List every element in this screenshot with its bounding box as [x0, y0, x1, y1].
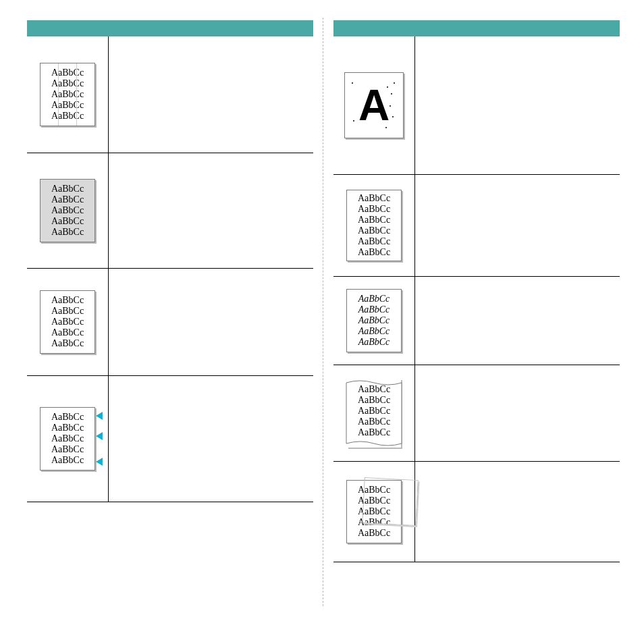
arrow-icon [96, 432, 103, 440]
right-column: AAaBbCcAaBbCcAaBbCcAaBbCcAaBbCcAaBbCcAaB… [333, 20, 620, 562]
left-header-band [27, 20, 313, 36]
swatch-wavy: AaBbCcAaBbCcAaBbCcAaBbCcAaBbCc [347, 379, 401, 448]
arrow-markers [93, 412, 103, 466]
sample-text-line: AaBbCc [51, 295, 84, 306]
sample-text-line: AaBbCc [51, 227, 84, 238]
description-cell [109, 153, 313, 268]
sample-text-line: AaBbCc [358, 304, 390, 315]
sample-text-line: AaBbCc [51, 306, 84, 317]
example-cell: AaBbCcAaBbCcAaBbCcAaBbCcAaBbCc [333, 365, 415, 461]
example-cell: AaBbCcAaBbCcAaBbCcAaBbCcAaBbCc [333, 277, 415, 365]
page-root: AaBbCcAaBbCcAaBbCcAaBbCcAaBbCcAaBbCcAaBb… [0, 0, 644, 644]
sample-text-line: AaBbCc [51, 78, 84, 89]
description-cell [415, 365, 620, 461]
swatch-italic: AaBbCcAaBbCcAaBbCcAaBbCcAaBbCc [346, 289, 402, 352]
sample-text-line: AaBbCc [51, 205, 84, 216]
table-row: AaBbCcAaBbCcAaBbCcAaBbCcAaBbCc [333, 462, 620, 562]
sample-text-line: AaBbCc [358, 225, 390, 236]
sample-text-line: AaBbCc [358, 215, 390, 225]
swatch-lines-vert: AaBbCcAaBbCcAaBbCcAaBbCcAaBbCc [40, 63, 95, 126]
sample-text-line: AaBbCc [51, 327, 84, 338]
description-cell [415, 277, 620, 365]
sample-text-line: AaBbCc [51, 412, 84, 423]
sample-text-line: AaBbCc [358, 427, 390, 437]
sample-text-line: AaBbCc [358, 384, 390, 394]
swatch-dense: AaBbCcAaBbCcAaBbCcAaBbCcAaBbCcAaBbCc [346, 190, 402, 261]
table-row: AaBbCcAaBbCcAaBbCcAaBbCcAaBbCc [27, 153, 313, 269]
swatch-overlay: AaBbCcAaBbCcAaBbCcAaBbCcAaBbCc [346, 480, 402, 543]
table-row: AaBbCcAaBbCcAaBbCcAaBbCcAaBbCc [27, 376, 313, 502]
sample-text-line: AaBbCc [51, 338, 84, 349]
sample-text-line: AaBbCc [51, 184, 84, 194]
description-cell [109, 376, 313, 502]
big-letter: A [358, 84, 390, 127]
example-cell: AaBbCcAaBbCcAaBbCcAaBbCcAaBbCc [27, 36, 109, 153]
sample-text-line: AaBbCc [358, 247, 390, 258]
swatch-big-a: A [344, 72, 404, 138]
sample-text-line: AaBbCc [358, 528, 390, 539]
left-table-body: AaBbCcAaBbCcAaBbCcAaBbCcAaBbCcAaBbCcAaBb… [27, 36, 313, 502]
sample-text-line: AaBbCc [358, 236, 390, 247]
example-cell: A [333, 36, 415, 174]
sample-text-line: AaBbCc [358, 417, 390, 427]
sample-text-line: AaBbCc [51, 433, 84, 444]
sample-text-line: AaBbCc [51, 100, 84, 111]
left-column: AaBbCcAaBbCcAaBbCcAaBbCcAaBbCcAaBbCcAaBb… [27, 20, 313, 502]
description-cell [109, 269, 313, 375]
example-cell: AaBbCcAaBbCcAaBbCcAaBbCcAaBbCc [27, 269, 109, 375]
column-divider [323, 18, 323, 606]
sample-text-line: AaBbCc [358, 315, 390, 326]
example-cell: AaBbCcAaBbCcAaBbCcAaBbCcAaBbCcAaBbCc [333, 175, 415, 276]
sample-text-line: AaBbCc [358, 406, 390, 416]
example-cell: AaBbCcAaBbCcAaBbCcAaBbCcAaBbCc [333, 462, 415, 562]
sample-text-line: AaBbCc [358, 337, 390, 348]
sample-text-line: AaBbCc [51, 111, 84, 122]
swatch-gray-bg: AaBbCcAaBbCcAaBbCcAaBbCcAaBbCc [40, 179, 95, 242]
sample-text-line: AaBbCc [358, 485, 390, 495]
description-cell [415, 175, 620, 276]
sample-text-line: AaBbCc [51, 455, 84, 466]
sample-text-line: AaBbCc [358, 506, 390, 517]
right-table-body: AAaBbCcAaBbCcAaBbCcAaBbCcAaBbCcAaBbCcAaB… [333, 36, 620, 562]
table-row: A [333, 36, 620, 175]
sample-text-line: AaBbCc [358, 326, 390, 337]
arrow-icon [96, 412, 103, 420]
description-cell [109, 36, 313, 153]
sample-text-line: AaBbCc [51, 194, 84, 205]
sample-text-line: AaBbCc [358, 204, 390, 215]
swatch-plain: AaBbCcAaBbCcAaBbCcAaBbCcAaBbCc [40, 290, 95, 354]
example-cell: AaBbCcAaBbCcAaBbCcAaBbCcAaBbCc [27, 153, 109, 268]
sample-text-line: AaBbCc [51, 444, 84, 455]
sample-text-line: AaBbCc [51, 68, 84, 78]
table-row: AaBbCcAaBbCcAaBbCcAaBbCcAaBbCc [27, 36, 313, 153]
sample-text-line: AaBbCc [358, 395, 390, 405]
sample-text-line: AaBbCc [358, 294, 390, 304]
table-row: AaBbCcAaBbCcAaBbCcAaBbCcAaBbCc [333, 277, 620, 365]
right-header-band [333, 20, 620, 36]
table-row: AaBbCcAaBbCcAaBbCcAaBbCcAaBbCc [27, 269, 313, 376]
example-cell: AaBbCcAaBbCcAaBbCcAaBbCcAaBbCc [27, 376, 109, 502]
description-cell [415, 36, 620, 174]
table-row: AaBbCcAaBbCcAaBbCcAaBbCcAaBbCcAaBbCc [333, 175, 620, 277]
sample-text-line: AaBbCc [358, 193, 390, 204]
sample-text-line: AaBbCc [51, 423, 84, 433]
sample-text-line: AaBbCc [358, 517, 390, 528]
sample-text-line: AaBbCc [51, 89, 84, 100]
sample-text-line: AaBbCc [51, 216, 84, 227]
description-cell [415, 462, 620, 562]
swatch-arrows: AaBbCcAaBbCcAaBbCcAaBbCcAaBbCc [40, 407, 95, 471]
sample-text-line: AaBbCc [51, 317, 84, 327]
arrow-icon [96, 458, 103, 466]
sample-text-line: AaBbCc [358, 495, 390, 506]
table-row: AaBbCcAaBbCcAaBbCcAaBbCcAaBbCc [333, 365, 620, 462]
